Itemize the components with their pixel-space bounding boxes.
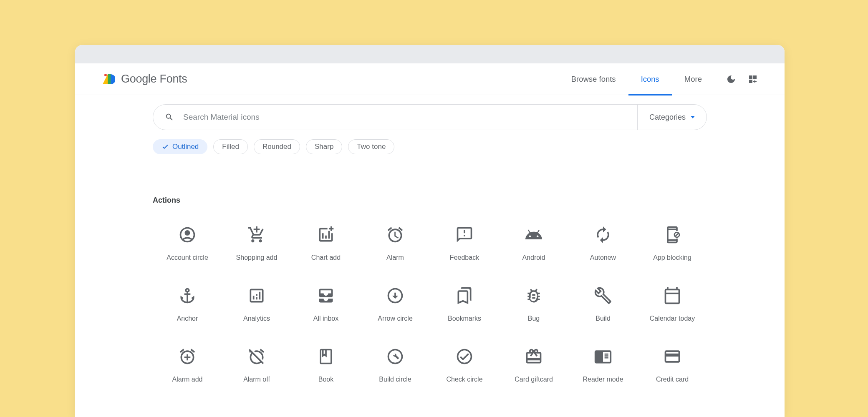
icon-item-all-inbox[interactable]: All inbox <box>291 286 361 322</box>
icon-item-check-circle[interactable]: Check circle <box>430 347 499 383</box>
icon-label: Analytics <box>243 315 270 322</box>
alarm-off-icon <box>247 347 266 366</box>
account-circle-icon <box>178 226 197 244</box>
icon-item-analytics[interactable]: Analytics <box>222 286 291 322</box>
style-chip-row: Outlined Filled Rounded Sharp Two tone <box>153 139 707 154</box>
icon-label: Credit card <box>656 376 689 383</box>
icon-item-book[interactable]: Book <box>291 347 361 383</box>
calendar-today-icon <box>663 286 681 305</box>
icon-label: Build <box>595 315 611 322</box>
icon-label: Chart add <box>311 254 341 261</box>
chip-sharp[interactable]: Sharp <box>306 139 342 154</box>
icon-item-anchor[interactable]: Anchor <box>153 286 222 322</box>
app-header: Google Fonts Browse fonts Icons More <box>75 63 785 95</box>
icon-grid: Account circleShopping addChart addAlarm… <box>153 226 707 383</box>
icon-label: All inbox <box>313 315 338 322</box>
icon-label: App blocking <box>653 254 691 261</box>
icon-label: Bookmarks <box>448 315 481 322</box>
chip-two-tone[interactable]: Two tone <box>348 139 394 154</box>
icon-label: Arrow circle <box>378 315 413 322</box>
icon-label: Alarm off <box>243 376 270 383</box>
browser-chrome <box>75 45 785 63</box>
app-title: Google Fonts <box>121 73 187 85</box>
section-title: Actions <box>153 196 707 205</box>
icon-label: Reader mode <box>583 376 623 383</box>
icon-label: Book <box>318 376 333 383</box>
icon-label: Calendar today <box>650 315 695 322</box>
build-icon <box>594 286 612 305</box>
theme-toggle-icon[interactable] <box>726 74 736 84</box>
chip-filled[interactable]: Filled <box>213 139 248 154</box>
icon-item-alarm[interactable]: Alarm <box>361 226 430 261</box>
icon-item-arrow-circle[interactable]: Arrow circle <box>361 286 430 322</box>
shopping-add-icon <box>247 226 266 244</box>
icon-item-build[interactable]: Build <box>568 286 638 322</box>
build-circle-icon <box>386 347 404 366</box>
icon-item-bug[interactable]: Bug <box>499 286 568 322</box>
alarm-add-icon <box>178 347 197 366</box>
nav-more[interactable]: More <box>672 63 714 95</box>
alarm-icon <box>386 226 404 244</box>
svg-point-0 <box>104 74 107 76</box>
bug-icon <box>525 286 543 305</box>
icon-item-feedback[interactable]: Feedback <box>430 226 499 261</box>
all-inbox-icon <box>317 286 335 305</box>
icon-label: Alarm add <box>172 376 203 383</box>
check-icon <box>161 143 169 151</box>
icon-label: Autonew <box>590 254 616 261</box>
apps-grid-icon[interactable] <box>748 74 758 84</box>
icon-item-app-blocking[interactable]: App blocking <box>638 226 707 261</box>
icon-label: Shopping add <box>236 254 278 261</box>
analytics-icon <box>247 286 266 305</box>
icon-label: Account circle <box>167 254 208 261</box>
android-icon <box>525 226 543 244</box>
search-input[interactable] <box>174 105 637 130</box>
icon-item-shopping-add[interactable]: Shopping add <box>222 226 291 261</box>
icon-label: Alarm <box>386 254 404 261</box>
icon-item-build-circle[interactable]: Build circle <box>361 347 430 383</box>
icon-label: Card giftcard <box>515 376 553 383</box>
icon-label: Anchor <box>177 315 198 322</box>
icon-item-account-circle[interactable]: Account circle <box>153 226 222 261</box>
arrow-circle-icon <box>386 286 404 305</box>
icon-item-alarm-off[interactable]: Alarm off <box>222 347 291 383</box>
icon-item-android[interactable]: Android <box>499 226 568 261</box>
icon-label: Feedback <box>450 254 479 261</box>
icon-item-reader-mode[interactable]: Reader mode <box>568 347 638 383</box>
categories-dropdown[interactable]: Categories <box>637 105 707 130</box>
icon-item-bookmarks[interactable]: Bookmarks <box>430 286 499 322</box>
chevron-down-icon <box>691 116 695 118</box>
nav-browse-fonts[interactable]: Browse fonts <box>559 63 628 95</box>
search-icon <box>165 113 174 122</box>
autonew-icon <box>594 226 612 244</box>
icon-item-chart-add[interactable]: Chart add <box>291 226 361 261</box>
google-fonts-logo-icon <box>102 73 115 86</box>
icon-label: Check circle <box>446 376 482 383</box>
icon-label: Android <box>522 254 545 261</box>
chip-rounded[interactable]: Rounded <box>254 139 300 154</box>
icon-item-calendar-today[interactable]: Calendar today <box>638 286 707 322</box>
nav-icons[interactable]: Icons <box>628 63 672 95</box>
reader-mode-icon <box>594 347 612 366</box>
search-bar: Categories <box>153 104 707 130</box>
credit-card-icon <box>663 347 681 366</box>
bookmarks-icon <box>455 286 474 305</box>
card-giftcard-icon <box>525 347 543 366</box>
icon-label: Bug <box>528 315 540 322</box>
app-blocking-icon <box>663 226 681 244</box>
svg-rect-1 <box>108 74 111 84</box>
icon-item-autonew[interactable]: Autonew <box>568 226 638 261</box>
feedback-icon <box>455 226 474 244</box>
check-circle-icon <box>455 347 474 366</box>
book-icon <box>317 347 335 366</box>
icon-label: Build circle <box>379 376 411 383</box>
content-area: Categories Outlined Filled Rounded Sharp… <box>75 95 785 383</box>
icon-item-card-giftcard[interactable]: Card giftcard <box>499 347 568 383</box>
icon-item-credit-card[interactable]: Credit card <box>638 347 707 383</box>
anchor-icon <box>178 286 197 305</box>
icon-item-alarm-add[interactable]: Alarm add <box>153 347 222 383</box>
chip-outlined[interactable]: Outlined <box>153 139 207 154</box>
chart-add-icon <box>317 226 335 244</box>
